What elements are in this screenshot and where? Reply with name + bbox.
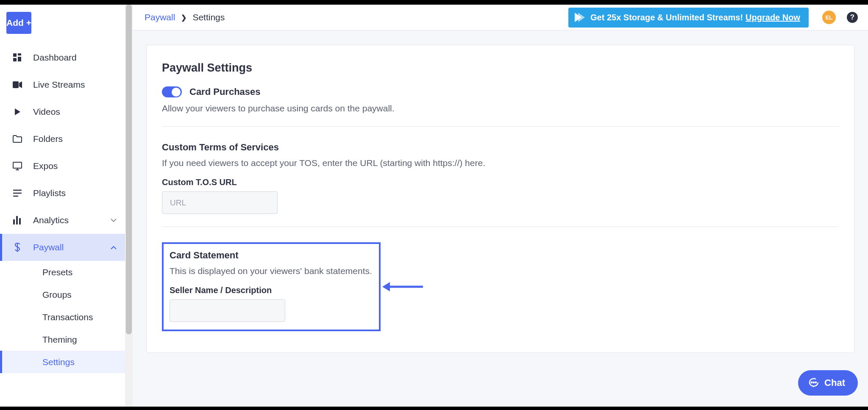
chevron-up-icon: [111, 246, 117, 249]
sidebar-sub-groups[interactable]: Groups: [0, 283, 125, 306]
tos-heading: Custom Terms of Services: [162, 142, 839, 153]
sidebar-item-label: Dashboard: [33, 53, 77, 63]
card-statement-highlight: Card Statement This is displayed on your…: [162, 242, 381, 331]
sidebar-item-live-streams[interactable]: Live Streams: [0, 71, 125, 98]
breadcrumb-parent[interactable]: Paywall: [145, 12, 175, 22]
tos-desc: If you need viewers to accept your TOS, …: [162, 158, 839, 168]
promo-banner[interactable]: Get 25x Storage & Unlimited Streams! Upg…: [568, 8, 809, 28]
sidebar-item-playlists[interactable]: Playlists: [0, 180, 125, 207]
sidebar-item-videos[interactable]: Videos: [0, 98, 125, 125]
black-bar-bottom: [0, 407, 868, 410]
card-purchases-label: Card Purchases: [189, 86, 261, 97]
tos-url-input[interactable]: [162, 191, 278, 214]
sidebar-item-expos[interactable]: Expos: [0, 152, 125, 180]
statement-desc: This is displayed on your viewers' bank …: [170, 266, 372, 276]
main: Paywall ❯ Settings Get 25x Storage & Unl…: [133, 5, 868, 407]
sidebar-sub-theming[interactable]: Theming: [0, 328, 125, 351]
sidebar-sub-settings[interactable]: Settings: [0, 351, 125, 373]
sidebar-nav: Dashboard Live Streams Videos Folders: [0, 44, 125, 373]
statement-field-label: Seller Name / Description: [170, 285, 372, 295]
svg-rect-4: [13, 81, 19, 88]
playlist-icon: [12, 189, 23, 197]
tos-section: Custom Terms of Services If you need vie…: [162, 142, 839, 227]
topbar: Paywall ❯ Settings Get 25x Storage & Unl…: [133, 5, 868, 30]
camera-icon: [12, 81, 23, 88]
chat-label: Chat: [824, 377, 845, 388]
chat-icon: [808, 377, 819, 388]
help-icon[interactable]: ?: [847, 12, 858, 23]
sidebar: Add + Dashboard Live Streams Videos: [0, 5, 125, 407]
tos-field-label: Custom T.O.S URL: [162, 177, 839, 187]
card-statement-section: Card Statement This is displayed on your…: [162, 242, 839, 331]
sidebar-item-paywall[interactable]: Paywall: [0, 234, 125, 261]
promo-link[interactable]: Upgrade Now: [746, 13, 800, 22]
annotation-arrow-icon: [381, 280, 423, 293]
svg-rect-1: [18, 53, 21, 55]
sidebar-item-label: Playlists: [33, 188, 66, 198]
sidebar-scrollbar[interactable]: [125, 5, 133, 407]
card-purchases-toggle[interactable]: [162, 86, 182, 97]
folder-icon: [12, 135, 23, 143]
sidebar-item-dashboard[interactable]: Dashboard: [0, 44, 125, 71]
svg-rect-6: [13, 219, 15, 224]
sidebar-item-analytics[interactable]: Analytics: [0, 207, 125, 234]
sidebar-item-label: Videos: [33, 107, 60, 117]
sidebar-sub-transactions[interactable]: Transactions: [0, 306, 125, 328]
play-icon: [12, 108, 23, 116]
analytics-icon: [12, 216, 23, 224]
add-button[interactable]: Add +: [6, 12, 31, 34]
svg-rect-8: [19, 218, 21, 224]
monitor-icon: [12, 162, 23, 170]
promo-text: Get 25x Storage & Unlimited Streams!: [590, 13, 743, 22]
svg-rect-0: [13, 53, 17, 57]
statement-heading: Card Statement: [170, 250, 372, 261]
black-bar-top: [0, 0, 868, 5]
svg-rect-3: [13, 58, 17, 61]
chat-button[interactable]: Chat: [798, 370, 858, 396]
breadcrumb-current: Settings: [192, 12, 225, 22]
sidebar-item-folders[interactable]: Folders: [0, 125, 125, 152]
sidebar-item-label: Folders: [33, 134, 63, 144]
svg-point-11: [813, 382, 814, 383]
sidebar-item-label: Analytics: [33, 215, 69, 225]
card-purchases-section: Card Purchases Allow your viewers to pur…: [162, 86, 839, 127]
svg-point-12: [815, 382, 816, 383]
scrollbar-thumb[interactable]: [126, 5, 132, 334]
sidebar-sub-presets[interactable]: Presets: [0, 261, 125, 283]
card-purchases-desc: Allow your viewers to purchase using car…: [162, 103, 839, 114]
seller-name-input[interactable]: [170, 299, 285, 322]
svg-rect-5: [13, 162, 22, 168]
dollar-icon: [12, 242, 23, 252]
dashboard-icon: [12, 53, 23, 62]
page-title: Paywall Settings: [162, 61, 839, 75]
avatar[interactable]: EL: [822, 11, 836, 24]
promo-logo-icon: [568, 8, 590, 28]
svg-point-10: [811, 382, 812, 383]
svg-rect-2: [18, 57, 21, 61]
svg-rect-7: [16, 216, 18, 224]
chevron-down-icon: [111, 219, 117, 222]
sidebar-item-label: Live Streams: [33, 80, 85, 90]
settings-panel: Paywall Settings Card Purchases Allow yo…: [146, 45, 854, 353]
chevron-right-icon: ❯: [181, 14, 186, 22]
sidebar-item-label: Expos: [33, 161, 58, 171]
sidebar-item-label: Paywall: [33, 242, 64, 252]
